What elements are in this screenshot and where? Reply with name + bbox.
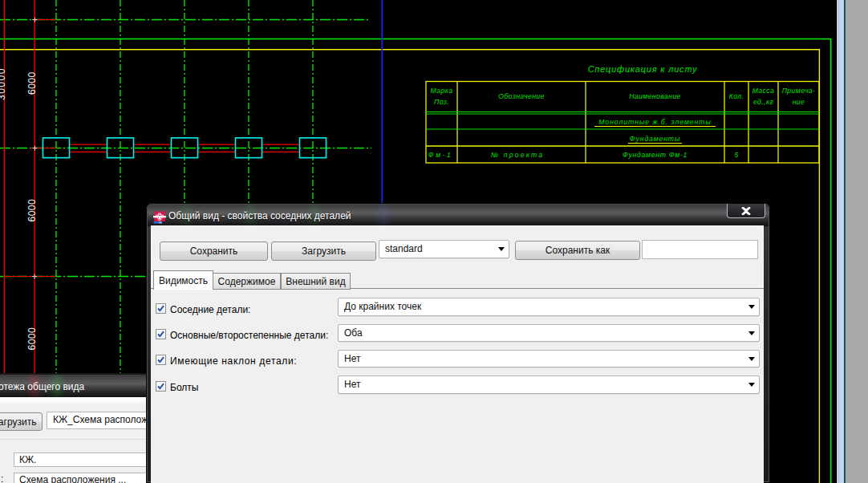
svg-text:Марка: Марка — [431, 87, 453, 95]
svg-text:Фундамент Фм-1: Фундамент Фм-1 — [623, 151, 688, 159]
svg-text:ед.,кг: ед.,кг — [753, 98, 774, 106]
svg-text:Наименование: Наименование — [629, 92, 681, 100]
svg-text:Поз.: Поз. — [434, 98, 449, 106]
svg-text:Кол.: Кол. — [729, 92, 744, 100]
svg-text:30000: 30000 — [0, 67, 7, 100]
svg-text:Спецификация к листу: Спецификация к листу — [588, 64, 698, 74]
svg-text:Обозначение: Обозначение — [498, 92, 545, 100]
svg-text:5: 5 — [734, 151, 738, 159]
svg-text:ние: ние — [793, 98, 805, 106]
svg-text:6000: 6000 — [26, 327, 38, 351]
svg-text:Фм-1: Фм-1 — [428, 151, 452, 159]
svg-text:Монолитные ж.б. элементы: Монолитные ж.б. элементы — [598, 118, 712, 126]
svg-text:№ проекта: № проекта — [491, 151, 545, 159]
svg-text:6000: 6000 — [26, 199, 38, 222]
svg-text:Масса: Масса — [752, 87, 775, 95]
svg-text:Фундаменты: Фундаменты — [630, 135, 680, 143]
svg-text:6000: 6000 — [26, 71, 38, 95]
svg-text:Примеча-: Примеча- — [782, 87, 816, 95]
